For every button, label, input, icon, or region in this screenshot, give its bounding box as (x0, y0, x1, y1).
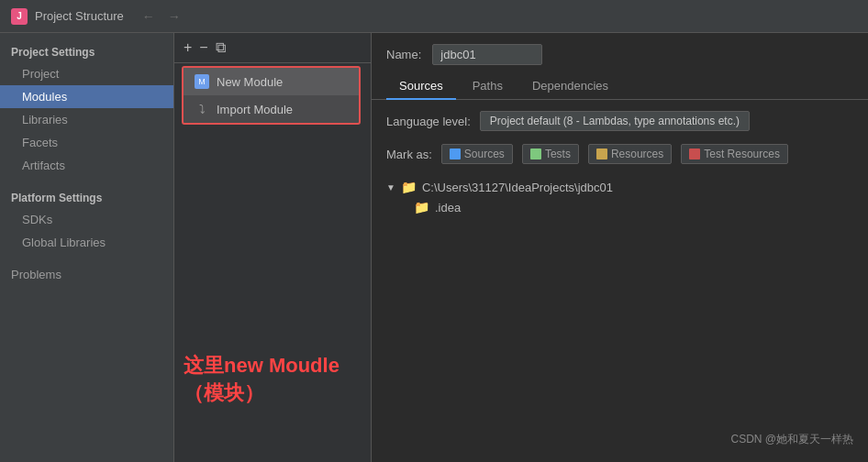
dropdown-menu: M New Module ⤵ Import Module (182, 66, 361, 125)
name-label: Name: (386, 48, 421, 61)
annotation-text: 这里new Moudle（模块） (184, 352, 371, 407)
mark-tests-label: Tests (545, 148, 571, 160)
language-row: Language level: Project default (8 - Lam… (386, 111, 853, 131)
language-label: Language level: (386, 115, 471, 128)
sidebar-item-facets[interactable]: Facets (0, 131, 173, 154)
import-icon: ⤵ (195, 102, 209, 116)
new-module-label: New Module (217, 75, 283, 89)
back-button[interactable]: ← (139, 7, 159, 26)
remove-button[interactable]: − (199, 40, 207, 55)
add-button[interactable]: + (184, 40, 192, 55)
mark-sources-button[interactable]: Sources (441, 144, 513, 164)
mark-tests-button[interactable]: Tests (522, 144, 579, 164)
window-title: Project Structure (35, 9, 124, 23)
mark-test-resources-label: Test Resources (704, 148, 780, 160)
tab-paths[interactable]: Paths (460, 73, 516, 100)
sources-icon (450, 148, 461, 160)
watermark: CSDN @她和夏天一样热 (730, 432, 853, 447)
tree-idea-label: .idea (435, 201, 461, 214)
idea-folder-icon: 📁 (414, 200, 429, 214)
nav-buttons: ← → (139, 7, 184, 26)
content-area: Language level: Project default (8 - Lam… (372, 100, 868, 462)
sidebar-item-modules[interactable]: Modules (0, 85, 173, 108)
tree-idea-item[interactable]: 📁 .idea (414, 197, 853, 217)
folder-icon: 📁 (401, 180, 417, 194)
tab-sources[interactable]: Sources (386, 73, 456, 100)
sidebar-item-artifacts[interactable]: Artifacts (0, 154, 173, 177)
middle-toolbar: + − ⧉ (174, 33, 371, 63)
platform-settings-label: Platform Settings (0, 186, 173, 208)
import-module-label: Import Module (217, 103, 293, 116)
mark-resources-button[interactable]: Resources (588, 144, 672, 164)
tree-expand-icon: ▼ (386, 182, 395, 192)
mark-as-label: Mark as: (386, 148, 432, 161)
tree-root-item[interactable]: ▼ 📁 C:\Users\31127\IdeaProjects\jdbc01 (386, 177, 853, 197)
mark-sources-label: Sources (464, 148, 505, 160)
test-resources-icon (689, 148, 700, 160)
mark-test-resources-button[interactable]: Test Resources (681, 144, 788, 164)
sidebar-item-sdks[interactable]: SDKs (0, 208, 173, 231)
sidebar-gap2 (0, 254, 173, 263)
tabs-bar: Sources Paths Dependencies (372, 72, 868, 100)
tab-dependencies[interactable]: Dependencies (519, 73, 621, 100)
sidebar-item-project[interactable]: Project (0, 62, 173, 85)
import-module-item[interactable]: ⤵ Import Module (184, 95, 359, 123)
tests-icon (530, 148, 541, 160)
main-layout: Project Settings Project Modules Librari… (0, 33, 868, 462)
forward-button[interactable]: → (164, 7, 184, 26)
sidebar-item-problems[interactable]: Problems (0, 263, 173, 286)
app-icon: J (11, 8, 28, 25)
new-module-item[interactable]: M New Module (184, 68, 359, 95)
mark-row: Mark as: Sources Tests Resources Test Re… (386, 144, 853, 164)
sidebar: Project Settings Project Modules Librari… (0, 33, 174, 462)
project-settings-label: Project Settings (0, 40, 173, 62)
title-bar: J Project Structure ← → (0, 0, 868, 33)
right-panel: Name: Sources Paths Dependencies Languag… (372, 33, 868, 462)
copy-button[interactable]: ⧉ (216, 40, 226, 55)
tree-child-container: 📁 .idea (414, 197, 853, 217)
module-icon: M (195, 74, 209, 89)
language-value: Project default (8 - Lambdas, type annot… (480, 111, 750, 131)
tree-root-label: C:\Users\31127\IdeaProjects\jdbc01 (422, 181, 613, 194)
sidebar-item-libraries[interactable]: Libraries (0, 108, 173, 131)
name-row: Name: (372, 33, 868, 72)
middle-panel: + − ⧉ Add M New Module ⤵ Import Module 这… (174, 33, 372, 462)
resources-icon (596, 148, 607, 160)
name-input[interactable] (432, 44, 542, 65)
sidebar-gap (0, 177, 173, 186)
mark-resources-label: Resources (611, 148, 663, 160)
sidebar-item-global-libraries[interactable]: Global Libraries (0, 231, 173, 254)
